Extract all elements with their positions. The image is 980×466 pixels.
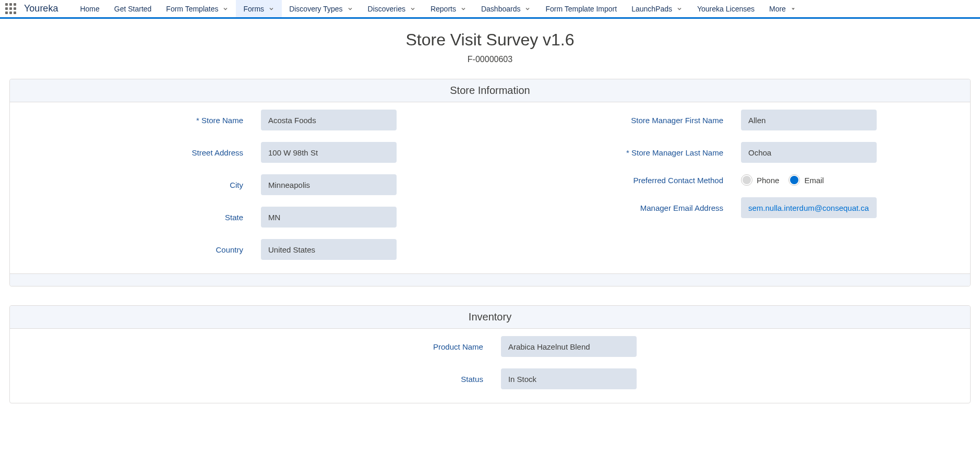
field-row-country: Country United States [15, 239, 485, 260]
field-label: Product Name [253, 342, 485, 351]
top-nav: Youreka Home Get Started Form Templates … [0, 0, 980, 19]
radio-label: Phone [757, 176, 779, 185]
nav-youreka-licenses[interactable]: Youreka Licenses [690, 0, 762, 17]
field-label: Preferred Contact Method [495, 176, 725, 185]
field-label: * Store Manager Last Name [495, 148, 725, 157]
city-field[interactable]: Minneapolis [261, 174, 397, 195]
field-row-city: City Minneapolis [15, 174, 485, 195]
card-body: Product Name Arabica Hazelnut Blend Stat… [10, 329, 970, 403]
page-title: Store Visit Survey v1.6 [0, 30, 980, 50]
nav-get-started[interactable]: Get Started [107, 0, 159, 17]
field-row-street-address: Street Address 100 W 98th St [15, 142, 485, 163]
store-info-right-column: Store Manager First Name Allen * Store M… [495, 110, 965, 271]
brand-name: Youreka [24, 3, 58, 14]
contact-method-radio-group: Phone Email [741, 174, 877, 186]
field-row-status: Status In Stock [253, 368, 727, 389]
radio-option-email[interactable]: Email [788, 174, 824, 186]
nav-forms[interactable]: Forms [236, 0, 282, 17]
chevron-down-icon[interactable] [524, 6, 531, 12]
nav-home[interactable]: Home [73, 0, 106, 17]
card-footer-strip [10, 273, 970, 286]
nav-label: Reports [431, 5, 456, 13]
manager-first-name-field[interactable]: Allen [741, 110, 877, 130]
product-name-field[interactable]: Arabica Hazelnut Blend [501, 336, 637, 357]
field-label: * Store Name [15, 116, 245, 125]
nav-label: More [769, 5, 786, 13]
nav-form-template-import[interactable]: Form Template Import [538, 0, 624, 17]
field-label: State [15, 213, 245, 222]
inventory-card: Inventory Product Name Arabica Hazelnut … [9, 305, 971, 403]
nav-label: Forms [243, 5, 264, 13]
radio-icon-unselected [741, 174, 752, 186]
field-row-store-name: * Store Name Acosta Foods [15, 110, 485, 130]
card-header: Inventory [10, 306, 970, 329]
manager-last-name-field[interactable]: Ochoa [741, 142, 877, 163]
nav-discovery-types[interactable]: Discovery Types [282, 0, 360, 17]
field-label: City [15, 181, 245, 189]
svg-marker-0 [792, 8, 795, 10]
status-field[interactable]: In Stock [501, 368, 637, 389]
chevron-down-icon[interactable] [460, 6, 467, 12]
nav-label: Discovery Types [289, 5, 342, 13]
nav-reports[interactable]: Reports [423, 0, 474, 17]
field-label: Country [15, 245, 245, 254]
page-subtitle: F-00000603 [0, 55, 980, 64]
nav-label: Youreka Licenses [697, 5, 755, 13]
chevron-down-icon[interactable] [790, 6, 796, 12]
nav-label: Discoveries [368, 5, 405, 13]
chevron-down-icon[interactable] [676, 6, 683, 12]
nav-dashboards[interactable]: Dashboards [474, 0, 539, 17]
store-name-field[interactable]: Acosta Foods [261, 110, 397, 130]
field-row-product-name: Product Name Arabica Hazelnut Blend [253, 336, 727, 357]
nav-form-templates[interactable]: Form Templates [159, 0, 236, 17]
store-information-card: Store Information * Store Name Acosta Fo… [9, 79, 971, 286]
nav-label: Home [80, 5, 99, 13]
manager-email-field[interactable]: sem.nulla.interdum@consequat.ca [741, 197, 877, 218]
country-field[interactable]: United States [261, 239, 397, 260]
field-row-mgr-first: Store Manager First Name Allen [495, 110, 965, 130]
nav-discoveries[interactable]: Discoveries [361, 0, 423, 17]
chevron-down-icon[interactable] [268, 6, 274, 12]
chevron-down-icon[interactable] [347, 6, 353, 12]
radio-label: Email [804, 176, 824, 185]
nav-items: Home Get Started Form Templates Forms Di… [73, 0, 804, 17]
card-body: * Store Name Acosta Foods Street Address… [10, 102, 970, 273]
street-address-field[interactable]: 100 W 98th St [261, 142, 397, 163]
nav-label: Form Template Import [545, 5, 617, 13]
nav-more[interactable]: More [762, 0, 804, 17]
field-row-mgr-last: * Store Manager Last Name Ochoa [495, 142, 965, 163]
nav-label: Get Started [114, 5, 152, 13]
chevron-down-icon[interactable] [410, 6, 416, 12]
nav-label: Form Templates [166, 5, 218, 13]
field-label: Status [253, 375, 485, 384]
state-field[interactable]: MN [261, 207, 397, 228]
field-row-mgr-email: Manager Email Address sem.nulla.interdum… [495, 197, 965, 218]
field-row-state: State MN [15, 207, 485, 228]
radio-icon-selected [788, 174, 800, 186]
field-label: Manager Email Address [495, 204, 725, 212]
radio-option-phone[interactable]: Phone [741, 174, 779, 186]
field-label: Store Manager First Name [495, 116, 725, 125]
nav-label: LaunchPads [631, 5, 672, 13]
nav-label: Dashboards [481, 5, 521, 13]
card-header: Store Information [10, 79, 970, 102]
chevron-down-icon[interactable] [222, 6, 229, 12]
page-container: Store Visit Survey v1.6 F-00000603 Store… [0, 30, 980, 424]
inventory-column: Product Name Arabica Hazelnut Blend Stat… [253, 336, 727, 389]
nav-launchpads[interactable]: LaunchPads [624, 0, 690, 17]
app-launcher-icon[interactable] [5, 3, 17, 15]
field-label: Street Address [15, 148, 245, 157]
field-row-contact-method: Preferred Contact Method Phone Email [495, 174, 965, 186]
store-info-left-column: * Store Name Acosta Foods Street Address… [15, 110, 485, 271]
